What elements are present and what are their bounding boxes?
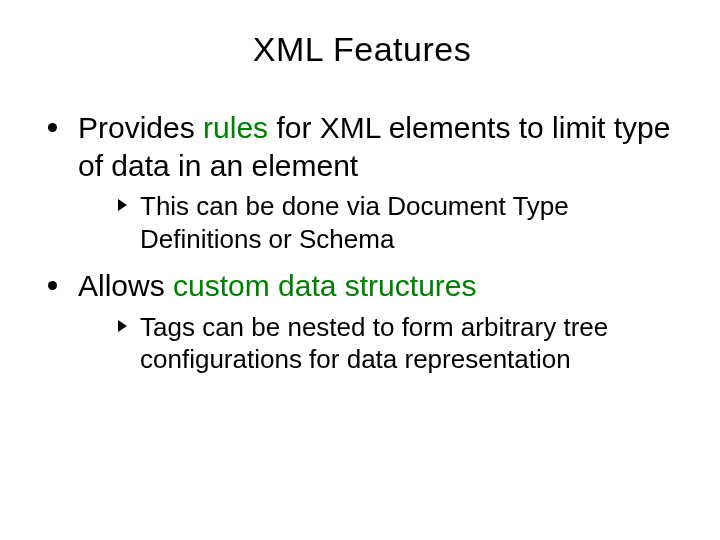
sub-list-item: This can be done via Document Type Defin… <box>118 190 680 255</box>
sub-list-item: Tags can be nested to form arbitrary tre… <box>118 311 680 376</box>
list-item: Provides rules for XML elements to limit… <box>44 109 680 255</box>
sub-list: This can be done via Document Type Defin… <box>78 190 680 255</box>
emphasis-text: custom data structures <box>173 269 476 302</box>
list-item: Allows custom data structures Tags can b… <box>44 267 680 376</box>
bullet-text: Allows custom data structures <box>78 269 477 302</box>
sub-list: Tags can be nested to form arbitrary tre… <box>78 311 680 376</box>
slide: XML Features Provides rules for XML elem… <box>0 0 720 540</box>
bullet-text: Provides rules for XML elements to limit… <box>78 111 670 182</box>
bullet-list: Provides rules for XML elements to limit… <box>44 109 680 376</box>
slide-title: XML Features <box>44 30 680 69</box>
sub-bullet-text: This can be done via Document Type Defin… <box>140 191 569 254</box>
text-run: Allows <box>78 269 173 302</box>
emphasis-text: rules <box>203 111 268 144</box>
sub-bullet-text: Tags can be nested to form arbitrary tre… <box>140 312 608 375</box>
text-run: Provides <box>78 111 203 144</box>
